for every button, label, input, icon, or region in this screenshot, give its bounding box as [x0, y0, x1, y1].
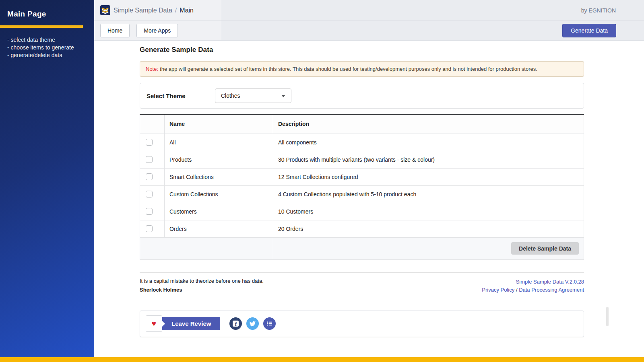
generate-data-button[interactable]: Generate Data	[562, 24, 616, 37]
row-checkbox[interactable]	[146, 156, 153, 163]
sidebar-hint-item: - choose items to generate	[7, 44, 94, 51]
table-row: Custom Collections 4 Custom Collections …	[140, 185, 584, 203]
checkbox-column-header	[140, 114, 165, 134]
sidebar-hint-item: - select data theme	[7, 36, 94, 44]
scrollbar-thumb[interactable]	[606, 307, 609, 326]
sidebar-hint-list: - select data theme - choose items to ge…	[0, 36, 94, 59]
byline: by EGNITION	[581, 7, 616, 14]
review-card: ♥ Leave Review f	[140, 311, 584, 337]
items-table: Name Description All All components Prod…	[140, 114, 584, 260]
note-label: Note:	[146, 66, 158, 72]
row-checkbox[interactable]	[146, 225, 153, 232]
row-description: 30 Products with multiple variants (two …	[273, 151, 584, 168]
links-separator: /	[516, 287, 518, 293]
row-description: All components	[273, 134, 584, 151]
sidebar-hint-item: - generate/delete data	[7, 51, 94, 59]
header-action-bar: Home More Apps Generate Data	[94, 21, 644, 41]
leave-review-button[interactable]: Leave Review	[162, 317, 220, 330]
bottom-accent-bar	[0, 357, 644, 362]
heart-icon: ♥	[152, 320, 156, 327]
table-footer-row: Delete Sample Data	[140, 237, 584, 259]
row-checkbox[interactable]	[146, 191, 153, 197]
table-row: Customers 10 Customers	[140, 203, 584, 220]
row-description: 10 Customers	[273, 203, 584, 220]
note-text: the app will generate a selected set of …	[160, 66, 537, 72]
page-content: Generate Sample Data Note: the app will …	[140, 41, 584, 337]
content-divider	[140, 272, 584, 273]
data-processing-agreement-link[interactable]: Data Processing Agreement	[519, 287, 584, 293]
note-banner: Note: the app will generate a selected s…	[140, 61, 584, 77]
row-description: 4 Custom Collections populated with 5-10…	[273, 185, 584, 203]
privacy-policy-link[interactable]: Privacy Policy	[482, 287, 514, 293]
sidebar: Main Page - select data theme - choose i…	[0, 0, 94, 357]
row-name: Customers	[165, 203, 273, 220]
breadcrumb-separator: /	[175, 7, 177, 14]
quote-author: Sherlock Holmes	[140, 287, 264, 293]
home-button[interactable]: Home	[100, 24, 130, 37]
twitter-icon	[249, 320, 256, 327]
quote-text: It is a capital mistake to theorize befo…	[140, 278, 264, 284]
version-link[interactable]: Simple Sample Data V.2.0.28	[516, 279, 584, 285]
sidebar-accent-bar	[0, 25, 83, 28]
row-description: 12 Smart Collections configured	[273, 168, 584, 185]
list-button[interactable]	[263, 317, 276, 330]
main-area: Simple Sample Data / Main by EGNITION Ho…	[94, 0, 644, 357]
select-theme-label: Select Theme	[147, 93, 215, 99]
row-checkbox[interactable]	[146, 173, 153, 180]
table-footer-right: Delete Sample Data	[273, 237, 584, 259]
footer-links: Simple Sample Data V.2.0.28 Privacy Poli…	[482, 278, 584, 294]
table-row: Products 30 Products with multiple varia…	[140, 151, 584, 168]
row-description: 20 Orders	[273, 220, 584, 237]
delete-sample-data-button[interactable]: Delete Sample Data	[511, 242, 579, 255]
row-name: Custom Collections	[165, 185, 273, 203]
table-row: Smart Collections 12 Smart Collections c…	[140, 168, 584, 185]
name-column-header: Name	[165, 114, 273, 134]
breadcrumb-page-name: Main	[180, 7, 194, 14]
page-title: Generate Sample Data	[140, 41, 584, 54]
sidebar-title: Main Page	[0, 0, 94, 19]
row-name: Smart Collections	[165, 168, 273, 185]
description-column-header: Description	[273, 114, 584, 134]
theme-dropdown-value: Clothes	[221, 93, 240, 99]
chevron-down-icon	[281, 95, 285, 97]
breadcrumb-app-name[interactable]: Simple Sample Data	[114, 7, 172, 14]
row-checkbox[interactable]	[146, 208, 153, 215]
facebook-icon: f	[233, 321, 239, 327]
facebook-button[interactable]: f	[229, 317, 242, 330]
table-row: Orders 20 Orders	[140, 220, 584, 237]
theme-dropdown[interactable]: Clothes	[215, 88, 291, 103]
footer-row: It is a capital mistake to theorize befo…	[140, 278, 584, 294]
table-footer-left	[140, 237, 273, 259]
row-checkbox[interactable]	[146, 139, 153, 146]
app-logo-icon	[100, 5, 110, 15]
header-breadcrumb-bar: Simple Sample Data / Main by EGNITION	[94, 0, 644, 21]
row-name: Products	[165, 151, 273, 168]
table-row: All All components	[140, 134, 584, 151]
more-apps-button[interactable]: More Apps	[136, 24, 178, 37]
row-name: Orders	[165, 220, 273, 237]
select-theme-card: Select Theme Clothes	[140, 83, 584, 109]
twitter-button[interactable]	[246, 317, 259, 330]
row-name: All	[165, 134, 273, 151]
table-header-row: Name Description	[140, 114, 584, 134]
app-window: Main Page - select data theme - choose i…	[0, 0, 644, 362]
quote-block: It is a capital mistake to theorize befo…	[140, 278, 264, 294]
list-icon	[266, 321, 272, 327]
breadcrumb: Simple Sample Data / Main	[100, 5, 194, 15]
